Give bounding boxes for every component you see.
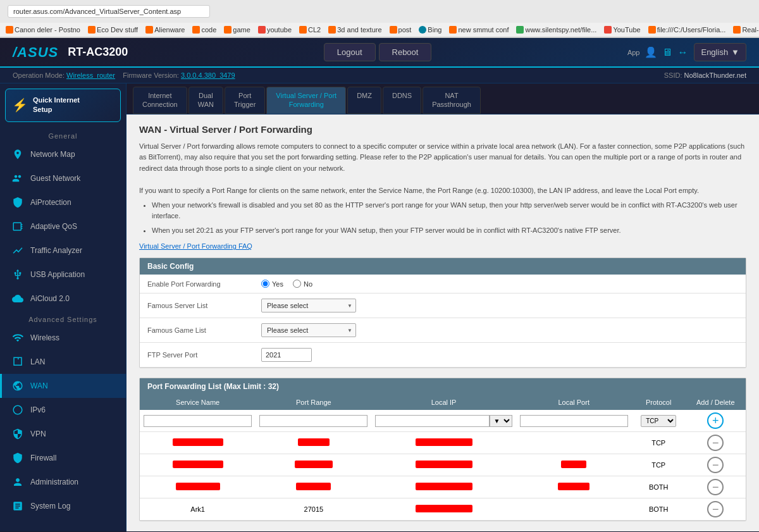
- desc-paragraph-2: If you want to specify a Port Range for …: [139, 185, 746, 197]
- port-range-input[interactable]: [259, 415, 367, 427]
- bookmark-bing[interactable]: Bing: [416, 25, 444, 35]
- famous-game-select[interactable]: Please select: [261, 323, 356, 337]
- enable-pf-radio-group: Yes No: [261, 280, 738, 288]
- bookmark-game[interactable]: game: [221, 25, 253, 35]
- remove-rule-2-button[interactable]: −: [707, 457, 724, 473]
- sidebar-item-guest-network[interactable]: Guest Network: [0, 166, 126, 190]
- aiprotection-label: AiProtection: [30, 198, 71, 207]
- language-selector[interactable]: English ▼: [694, 43, 746, 61]
- sidebar-item-aiprotection[interactable]: AiProtection: [0, 190, 126, 214]
- sidebar-item-aicloud[interactable]: AiCloud 2.0: [0, 287, 126, 311]
- bookmark-3d[interactable]: 3d and texture: [326, 25, 384, 35]
- bookmark-eco[interactable]: Eco Dev stuff: [85, 25, 140, 35]
- share-icon[interactable]: ↔: [677, 47, 688, 58]
- tab-virtual-server[interactable]: Virtual Server / PortForwarding: [266, 87, 346, 114]
- bookmark-alienware[interactable]: Alienware: [143, 25, 187, 35]
- bookmark-canon[interactable]: Canon deler - Postno: [3, 25, 83, 35]
- ftp-server-port-input[interactable]: [261, 348, 312, 362]
- bookmark-youtube-b[interactable]: youtube: [256, 25, 294, 35]
- ssid-label: SSID:: [664, 71, 682, 79]
- main-layout: ⚡ Quick InternetSetup General Network Ma…: [0, 84, 759, 531]
- famous-game-list-row: Famous Game List Please select: [140, 318, 746, 343]
- bookmark-code[interactable]: code: [190, 25, 219, 35]
- traffic-analyzer-icon: [11, 244, 24, 257]
- firewall-icon: [11, 452, 24, 464]
- port-forwarding-table: Service Name Port Range Local IP Local P…: [140, 395, 746, 521]
- bookmark-post[interactable]: post: [387, 25, 414, 35]
- local-ip-input[interactable]: [375, 415, 489, 427]
- quick-setup[interactable]: ⚡ Quick InternetSetup: [5, 89, 121, 122]
- protocol-select-new[interactable]: TCP UDP BOTH: [641, 415, 676, 427]
- tab-dmz[interactable]: DMZ: [347, 87, 381, 114]
- reboot-button[interactable]: Reboot: [379, 43, 432, 61]
- address-bar[interactable]: router.asus.com/Advanced_VirtualServer_C…: [8, 5, 210, 18]
- sidebar-item-adaptive-qos[interactable]: Adaptive QoS: [0, 214, 126, 238]
- famous-game-label: Famous Game List: [140, 318, 254, 343]
- firmware-link[interactable]: 3.0.0.4.380_3479: [181, 71, 235, 79]
- desc-paragraph-1: Virtual Server / Port forwarding allows …: [139, 141, 746, 175]
- yes-option[interactable]: Yes: [261, 280, 283, 288]
- bookmark-smmut[interactable]: new smmut conf: [447, 25, 511, 35]
- router-header: /ASUS RT-AC3200 Logout Reboot App 👤 🖥 ↔ …: [0, 38, 759, 68]
- content-area: InternetConnection DualWAN PortTrigger V…: [126, 84, 759, 531]
- nav-tabs: InternetConnection DualWAN PortTrigger V…: [126, 84, 759, 114]
- logout-button[interactable]: Logout: [324, 43, 376, 61]
- sidebar-item-vpn[interactable]: VPN: [0, 422, 126, 446]
- col-local-port: Local Port: [516, 395, 632, 410]
- remove-rule-3-button[interactable]: −: [707, 479, 724, 495]
- tab-ddns[interactable]: DDNS: [383, 87, 421, 114]
- sidebar-item-ipv6[interactable]: IPv6: [0, 398, 126, 422]
- bookmark-icon: [224, 26, 231, 34]
- router-ui: /ASUS RT-AC3200 Logout Reboot App 👤 🖥 ↔ …: [0, 38, 759, 531]
- sidebar-item-administration[interactable]: Administration: [0, 470, 126, 494]
- bookmark-lightning[interactable]: Real-Time Lightning...: [731, 25, 759, 35]
- sidebar-item-system-log[interactable]: System Log: [0, 494, 126, 518]
- tab-dual-wan[interactable]: DualWAN: [188, 87, 223, 114]
- person-icon[interactable]: 👤: [645, 46, 657, 58]
- bullet-1: When your network's firewall is disabled…: [152, 200, 746, 222]
- add-rule-button[interactable]: +: [707, 412, 724, 429]
- sidebar-item-wan[interactable]: WAN: [0, 374, 126, 398]
- service-name-input[interactable]: [144, 415, 252, 427]
- bookmark-file[interactable]: file:///C:/Users/Floria...: [646, 25, 729, 35]
- famous-server-list-row: Famous Server List Please select: [140, 294, 746, 318]
- bookmark-silentspy[interactable]: www.silentspy.net/file...: [514, 25, 599, 35]
- redacted-ip-1: [416, 438, 472, 446]
- famous-server-select[interactable]: Please select: [261, 299, 356, 312]
- table-row-input: ▼ TCP UDP BOTH: [140, 410, 746, 432]
- local-port-input[interactable]: [520, 415, 628, 427]
- tab-internet-connection[interactable]: InternetConnection: [133, 87, 187, 114]
- redacted-ip-2: [416, 461, 472, 468]
- monitor-icon[interactable]: 🖥: [662, 47, 672, 58]
- bookmark-icon: [145, 26, 153, 34]
- redacted-service-3: [176, 483, 220, 490]
- remove-ark1-button[interactable]: −: [707, 501, 724, 517]
- bookmark-cl2[interactable]: CL2: [297, 25, 323, 35]
- ftp-server-port-label: FTP Server Port: [140, 343, 254, 368]
- no-option[interactable]: No: [293, 280, 312, 288]
- local-ip-dropdown[interactable]: ▼: [490, 415, 512, 427]
- tab-nat-passthrough[interactable]: NATPassthrough: [423, 87, 481, 114]
- sidebar-item-wireless[interactable]: Wireless: [0, 326, 126, 350]
- operation-mode-link[interactable]: Wireless_router: [66, 71, 115, 79]
- basic-config-section: Basic Config Enable Port Forwarding Yes: [139, 257, 746, 368]
- page-title: WAN - Virtual Server / Port Forwarding: [139, 124, 746, 135]
- remove-rule-1-button[interactable]: −: [707, 435, 724, 451]
- sidebar-item-lan[interactable]: LAN: [0, 350, 126, 374]
- tab-port-trigger[interactable]: PortTrigger: [225, 87, 265, 114]
- bookmark-youtube-main[interactable]: YouTube: [602, 25, 643, 35]
- sidebar-item-traffic-analyzer[interactable]: Traffic Analyzer: [0, 238, 126, 263]
- sidebar-item-usb-application[interactable]: USB Application: [0, 263, 126, 287]
- yes-radio[interactable]: [261, 280, 269, 288]
- table-row: BOTH −: [140, 476, 746, 498]
- col-protocol: Protocol: [632, 395, 686, 410]
- table-row: Ark1 27015 BOTH −: [140, 498, 746, 521]
- sidebar-item-firewall[interactable]: Firewall: [0, 446, 126, 470]
- aicloud-label: AiCloud 2.0: [30, 294, 70, 303]
- redacted-ip-3: [416, 483, 472, 490]
- header-icons: App 👤 🖥 ↔: [627, 46, 688, 58]
- sidebar-item-network-map[interactable]: Network Map: [0, 142, 126, 166]
- bullet-2: When you set 20:21 as your FTP server's …: [152, 225, 746, 237]
- faq-link[interactable]: Virtual Server / Port Forwarding FAQ: [139, 242, 746, 250]
- no-radio[interactable]: [293, 280, 301, 288]
